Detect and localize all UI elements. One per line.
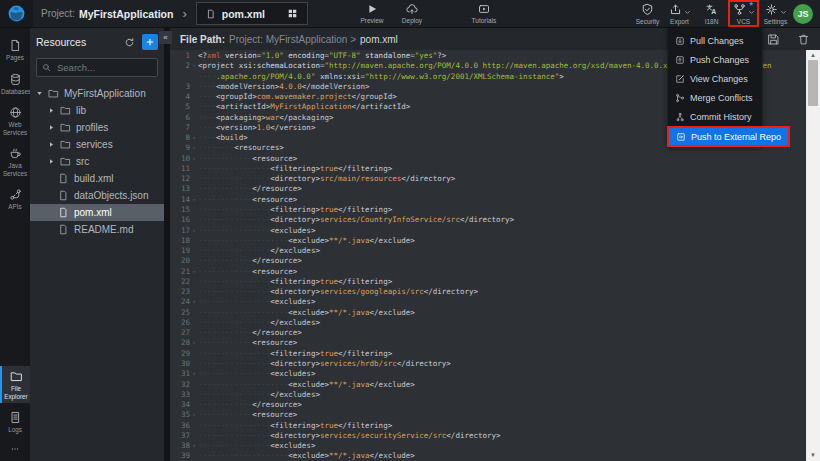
caret-right-icon[interactable] xyxy=(48,107,55,114)
fold-marker[interactable]: - xyxy=(190,410,198,420)
fold-marker[interactable]: - xyxy=(190,338,198,348)
tree-item-src[interactable]: src xyxy=(30,153,164,170)
export-button[interactable]: Export xyxy=(666,2,693,25)
sidebar-item-logs[interactable]: Logs xyxy=(0,407,30,437)
menu-item-merge-conflicts[interactable]: Merge Conflicts xyxy=(668,88,762,107)
preview-label: Preview xyxy=(360,17,383,24)
tree-item-label: README.md xyxy=(74,224,133,235)
fold-marker[interactable]: - xyxy=(190,143,198,153)
folder-icon xyxy=(60,156,71,167)
topbar-actions: PreviewDeployTutorials xyxy=(356,3,500,24)
tree-item-services[interactable]: services xyxy=(30,136,164,153)
sidebar-item-web-services[interactable]: Web Services xyxy=(0,102,30,139)
add-resource-button[interactable] xyxy=(142,34,158,50)
menu-item-label: View Changes xyxy=(690,74,748,84)
wavemaker-logo-icon[interactable] xyxy=(0,0,33,27)
java-services-label: Java Services xyxy=(1,162,29,177)
tree-item-profiles[interactable]: profiles xyxy=(30,119,164,136)
line-number: 1 xyxy=(170,51,190,61)
search-input[interactable] xyxy=(55,61,152,74)
save-icon[interactable] xyxy=(767,33,780,46)
vcs-button[interactable]: *VCS xyxy=(730,2,757,25)
fold-marker[interactable]: - xyxy=(190,195,198,205)
fold-gutter xyxy=(190,205,198,215)
fold-gutter xyxy=(190,82,198,92)
fold-marker[interactable]: - xyxy=(190,297,198,307)
menu-item-push-to-external-repo[interactable]: Push to External Repo xyxy=(667,126,790,147)
fold-marker[interactable]: - xyxy=(190,267,198,277)
sidebar: PagesDatabasesWeb ServicesJava ServicesA… xyxy=(0,28,30,461)
fold-marker[interactable]: - xyxy=(190,61,198,71)
line-number: 11 xyxy=(170,164,190,174)
avatar[interactable]: JS xyxy=(793,4,813,24)
fold-marker[interactable]: - xyxy=(190,369,198,379)
fold-gutter xyxy=(190,236,198,246)
caret-down-icon[interactable] xyxy=(36,90,43,97)
security-button[interactable]: Security xyxy=(634,2,661,25)
deploy-label: Deploy xyxy=(402,17,422,24)
collapse-panel-button[interactable]: « xyxy=(159,31,172,44)
tree-item-dataobjects-json[interactable]: dataObjects.json xyxy=(30,187,164,204)
fold-marker[interactable]: - xyxy=(190,133,198,143)
tutorials-button[interactable]: Tutorials xyxy=(468,3,500,24)
security-label: Security xyxy=(636,18,659,25)
tree-item-pom-xml[interactable]: pom.xml xyxy=(30,204,164,221)
line-number: 25 xyxy=(170,308,190,318)
scroll-up-arrow-icon[interactable]: ▲ xyxy=(806,51,820,60)
menu-item-view-changes[interactable]: View Changes xyxy=(668,69,762,88)
sidebar-item-java-services[interactable]: Java Services xyxy=(0,143,30,180)
line-number: 18 xyxy=(170,236,190,246)
scrollbar-thumb[interactable] xyxy=(808,60,818,106)
caret-right-icon[interactable] xyxy=(48,158,55,165)
fold-marker[interactable]: - xyxy=(190,154,198,164)
line-number xyxy=(170,72,190,82)
caret-right-icon[interactable] xyxy=(48,141,55,148)
code-line: 28-············<resource> xyxy=(170,338,806,348)
sidebar-item-databases[interactable]: Databases xyxy=(0,69,30,99)
deploy-button[interactable]: Deploy xyxy=(396,3,428,24)
i18n-button[interactable]: AI18N xyxy=(698,2,725,25)
preview-button[interactable]: Preview xyxy=(356,3,388,24)
fold-gutter xyxy=(190,164,198,174)
fold-gutter xyxy=(190,72,198,82)
settings-button[interactable]: Settings xyxy=(762,2,789,25)
menu-item-label: Commit History xyxy=(690,112,752,122)
tree-item-readme-md[interactable]: README.md xyxy=(30,221,164,238)
tree-item-build-xml[interactable]: build.xml xyxy=(30,170,164,187)
topbar-tools: SecurityExportAI18N*VCSSettings xyxy=(634,2,789,25)
line-number: 22 xyxy=(170,277,190,287)
file-icon xyxy=(58,190,69,201)
fold-gutter xyxy=(190,287,198,297)
project-name: MyFirstApplication xyxy=(79,8,174,20)
resources-panel: Resources MyFirstApplicationlibprofiless… xyxy=(30,28,164,461)
chevron-down-icon xyxy=(684,9,691,16)
delete-icon[interactable] xyxy=(797,33,810,46)
tree-item-label: lib xyxy=(76,105,86,116)
menu-item-pull-changes[interactable]: Pull Changes xyxy=(668,31,762,50)
refresh-icon[interactable] xyxy=(124,37,135,48)
line-number: 13 xyxy=(170,184,190,194)
code-line: 25····················<exclude>**/*.java… xyxy=(170,308,806,318)
line-number: 21 xyxy=(170,267,190,277)
logs-label: Logs xyxy=(1,426,29,434)
sidebar-item-file-explorer[interactable]: File Explorer xyxy=(0,366,30,403)
grid-icon[interactable] xyxy=(287,8,298,19)
fold-marker[interactable]: - xyxy=(190,226,198,236)
scroll-down-arrow-icon[interactable]: ▼ xyxy=(806,451,820,460)
apis-label: APIs xyxy=(1,203,29,211)
fold-gutter xyxy=(190,380,198,390)
more-options-icon[interactable] xyxy=(8,445,22,453)
tree-item-label: pom.xml xyxy=(74,207,112,218)
menu-item-commit-history[interactable]: Commit History xyxy=(668,107,762,126)
menu-item-push-changes[interactable]: Push Changes xyxy=(668,50,762,69)
tab-pom-xml[interactable]: pom.xml xyxy=(196,2,308,25)
topbar: Project: MyFirstApplication › pom.xml Pr… xyxy=(0,0,820,28)
code-line: 23················<directory>services/go… xyxy=(170,287,806,297)
sidebar-item-apis[interactable]: APIs xyxy=(0,184,30,214)
tree-item-lib[interactable]: lib xyxy=(30,102,164,119)
caret-right-icon[interactable] xyxy=(48,124,55,131)
sidebar-item-pages[interactable]: Pages xyxy=(0,35,30,65)
tutorials-label: Tutorials xyxy=(472,17,497,24)
fold-marker[interactable]: - xyxy=(190,441,198,451)
tree-item-myfirstapplication[interactable]: MyFirstApplication xyxy=(30,85,164,102)
